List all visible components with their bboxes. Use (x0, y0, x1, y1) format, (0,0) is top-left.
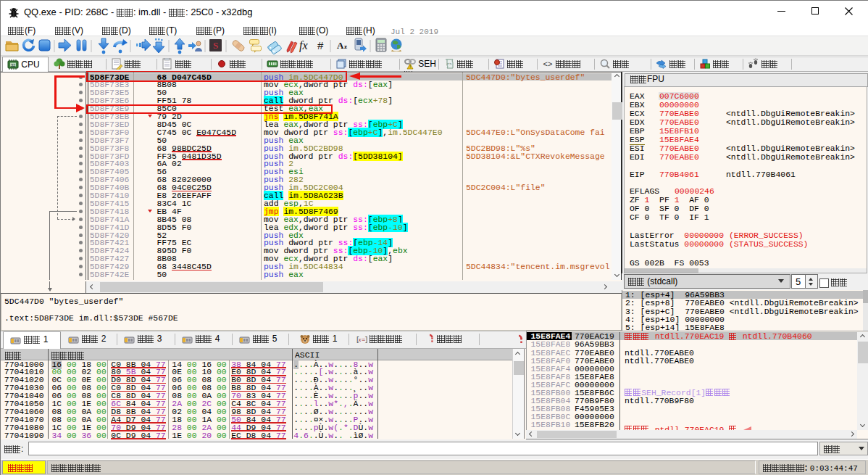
svg-text:#: # (317, 39, 324, 51)
svg-text:fx: fx (299, 39, 308, 52)
svg-text:S: S (213, 40, 218, 51)
svg-text:32: 32 (11, 63, 15, 67)
svg-text:<>: <> (446, 62, 452, 66)
svg-text:x: x (358, 336, 362, 343)
svg-text:z: z (344, 43, 347, 50)
svg-text:]: ] (364, 336, 367, 344)
svg-text:<>: <> (543, 59, 553, 68)
svg-text:A: A (337, 40, 344, 51)
